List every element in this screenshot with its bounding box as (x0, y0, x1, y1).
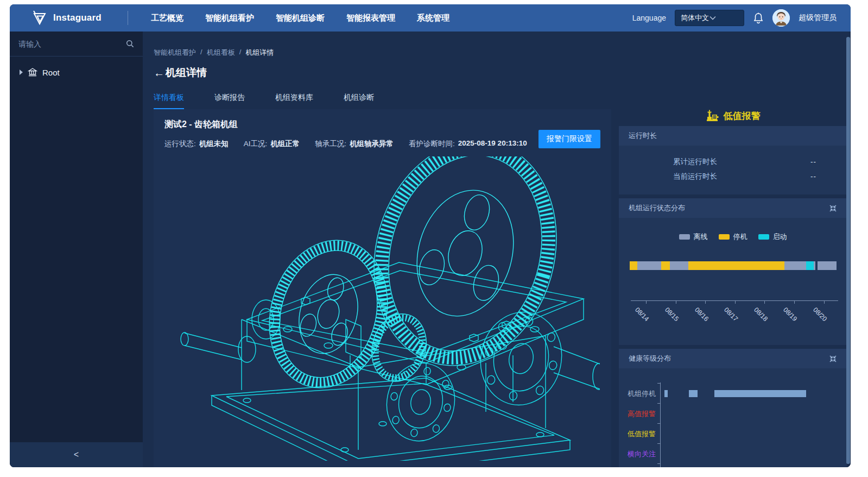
legend-label: 离线 (694, 232, 708, 242)
chevron-down-icon (709, 16, 738, 20)
language-select[interactable]: 简体中文 (675, 10, 744, 26)
nav-item-unit-care[interactable]: 智能机组看护 (205, 13, 254, 23)
status-distribution-body: 离线 停机 启动 08/14 (619, 218, 847, 345)
axis-tick (657, 383, 661, 384)
field-label: 运行状态: (164, 139, 196, 149)
health-row: 振动波动 (619, 464, 847, 467)
tab-unit-diagnosis[interactable]: 机组诊断 (344, 93, 374, 109)
timeline-segment (661, 261, 670, 270)
runtime-section-body: 累计运行时长 -- 当前运行时长 -- (619, 146, 847, 194)
search-input[interactable] (18, 40, 126, 48)
axis-date-label: 08/19 (782, 306, 799, 323)
health-category-label: 低值报警 (619, 429, 656, 439)
runtime-label: 累计运行时长 (673, 157, 717, 167)
expand-icon[interactable] (829, 204, 837, 212)
legend-item-stopped[interactable]: 停机 (719, 232, 747, 242)
breadcrumb-separator: / (200, 48, 202, 58)
section-title: 机组运行状态分布 (629, 203, 829, 213)
health-row: 机组停机 (619, 384, 847, 404)
runtime-label: 当前运行时长 (673, 172, 717, 181)
runtime-section: 运行时长 累计运行时长 -- 当前运行时长 -- (619, 126, 847, 194)
timeline-segment (818, 261, 837, 270)
health-bar-track (662, 450, 838, 457)
sidebar-collapse-button[interactable]: < (10, 442, 143, 467)
axis-tick (657, 403, 661, 404)
nav-item-system-management[interactable]: 系统管理 (417, 13, 449, 23)
health-row: 横向关注 (619, 444, 847, 464)
health-category-label: 高值报警 (619, 409, 656, 419)
runtime-row: 当前运行时长 -- (619, 169, 847, 184)
timeline-segment (670, 261, 688, 270)
legend-label: 启动 (773, 232, 787, 242)
field-label: AI工况: (244, 139, 268, 149)
sidebar-search-row (10, 32, 143, 57)
avatar[interactable] (772, 9, 790, 27)
status-timeline-bar (630, 261, 837, 270)
axis-date-label: 08/14 (633, 306, 650, 323)
status-distribution-header: 机组运行状态分布 (619, 198, 847, 218)
alarm-threshold-button[interactable]: 报警门限设置 (538, 130, 600, 148)
x-axis: 08/14 08/15 08/16 08/17 08/18 08/19 08/2… (631, 300, 838, 301)
axis-tick (646, 301, 647, 304)
legend-item-startup[interactable]: 启动 (758, 232, 787, 242)
tree-node-root[interactable]: Root (10, 67, 143, 77)
field-label: 轴承工况: (315, 139, 346, 149)
health-distribution-header: 健康等级分布 (619, 349, 847, 368)
timeline-segment (784, 261, 806, 270)
bank-icon (28, 67, 37, 77)
axis-date-label: 08/18 (752, 306, 769, 323)
tab-diagnosis-report[interactable]: 诊断报告 (214, 93, 245, 109)
legend-item-offline[interactable]: 离线 (679, 232, 708, 242)
axis-tick (657, 463, 661, 464)
section-title: 运行时长 (629, 131, 837, 141)
health-row: 低值报警 (619, 424, 847, 444)
collapse-chevron: < (74, 450, 79, 460)
left-sidebar: Root < (10, 32, 143, 467)
app-window: Instaguard 工艺概览 智能机组看护 智能机组诊断 智能报表管理 系统管… (10, 4, 851, 467)
health-category-label: 横向关注 (619, 449, 656, 459)
nav-item-report-management[interactable]: 智能报表管理 (346, 13, 395, 23)
health-bar-track (662, 390, 838, 397)
search-icon[interactable] (126, 40, 134, 48)
logo-icon (31, 10, 48, 26)
health-bar-segment (689, 390, 697, 397)
caret-right-icon[interactable] (20, 70, 23, 75)
page-title-row: ← 机组详情 (154, 66, 851, 80)
navbar-right: Language 简体中文 (632, 9, 837, 27)
health-distribution-section: 健康等级分布 (619, 349, 847, 467)
page-title: 机组详情 (166, 66, 207, 80)
field-label: 看护诊断时间: (409, 139, 455, 149)
runtime-section-header: 运行时长 (619, 126, 847, 146)
right-panel: 低值报警 运行时长 累计运行时长 -- 当前运行时长 -- (619, 109, 847, 467)
health-bar-segment (714, 390, 806, 397)
section-title: 健康等级分布 (629, 354, 829, 363)
legend-swatch (679, 234, 690, 240)
vertical-scrollbar-thumb[interactable] (846, 37, 850, 464)
brand[interactable]: Instaguard (31, 10, 102, 26)
status-distribution-section: 机组运行状态分布 离线 停 (619, 198, 847, 345)
unit-status-row: 运行状态:机组未知 AI工况:机组正常 轴承工况:机组轴承异常 看护诊断时间:2… (164, 139, 600, 149)
axis-date-label: 08/15 (663, 306, 680, 323)
runtime-value: -- (810, 172, 816, 180)
axis-tick (764, 301, 765, 304)
brand-name: Instaguard (53, 12, 102, 23)
top-navbar: Instaguard 工艺概览 智能机组看护 智能机组诊断 智能报表管理 系统管… (10, 4, 851, 32)
tab-unit-library[interactable]: 机组资料库 (275, 93, 313, 109)
breadcrumb-item[interactable]: 机组看板 (207, 48, 235, 58)
tree-node-label: Root (42, 68, 60, 77)
health-category-label: 机组停机 (619, 389, 656, 399)
chart-legend: 离线 停机 启动 (619, 232, 847, 242)
breadcrumb-separator: / (239, 48, 242, 58)
nav-item-process-overview[interactable]: 工艺概览 (151, 13, 183, 23)
tab-detail-board[interactable]: 详情看板 (154, 93, 184, 109)
bell-icon[interactable] (753, 12, 764, 24)
nav-item-unit-diagnosis[interactable]: 智能机组诊断 (276, 13, 325, 23)
runtime-row: 累计运行时长 -- (619, 154, 847, 169)
language-value: 简体中文 (681, 13, 709, 23)
axis-tick (657, 443, 661, 444)
expand-icon[interactable] (829, 355, 837, 363)
back-arrow-icon[interactable]: ← (154, 67, 164, 79)
unit-name: 测试2 - 齿轮箱机组 (164, 119, 600, 130)
field-value: 机组未知 (199, 139, 229, 149)
breadcrumb-item[interactable]: 智能机组看护 (154, 48, 196, 58)
